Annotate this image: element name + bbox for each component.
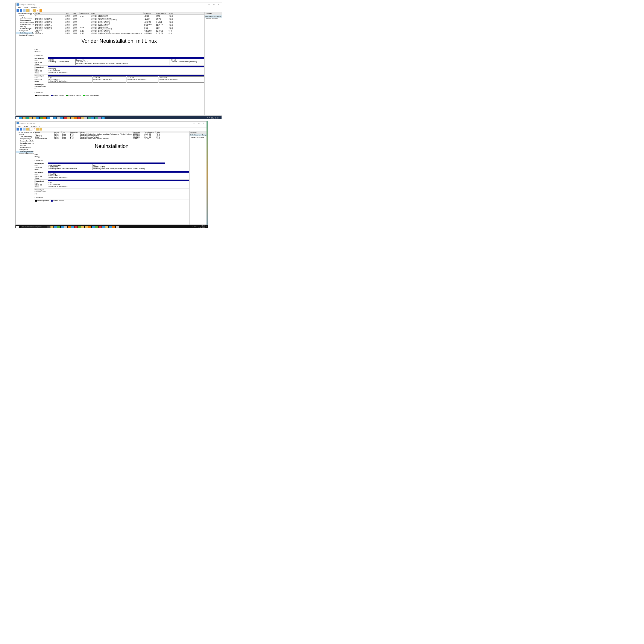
col-layout[interactable]: Layout	[64, 12, 72, 15]
tree-system[interactable]: System	[16, 134, 33, 136]
delete-icon[interactable]: ✕	[33, 128, 36, 131]
refresh-icon[interactable]	[29, 128, 32, 131]
table-row[interactable]: (Datenträger 5 Partition 1)EinfachBasisR…	[34, 27, 204, 28]
layout-icon[interactable]	[26, 9, 29, 12]
partition[interactable]: 459,41 GBFehlerfrei (Primäre Partition)	[159, 76, 204, 83]
start-icon[interactable]	[16, 117, 19, 119]
menu-action[interactable]: Aktion	[24, 7, 28, 9]
layout-icon[interactable]	[26, 128, 29, 131]
chrome-icon[interactable]	[84, 117, 87, 119]
table-row[interactable]: (-)EinfachBasisRAWFehlerfrei (OEM-Partit…	[34, 16, 204, 18]
table-row[interactable]: (Datenträger 2 Partition 3)EinfachBasisF…	[34, 22, 204, 24]
app-icon[interactable]	[91, 117, 94, 119]
table-row[interactable]: (Datenträger 2 Partitio...EinfachBasisFe…	[34, 24, 204, 25]
tree-item[interactable]: Lokale Benutzer und Gr	[16, 23, 33, 26]
app-icon[interactable]	[92, 226, 95, 228]
taskview-icon[interactable]	[47, 226, 50, 228]
collapse-icon[interactable]: ▴	[221, 15, 222, 17]
disk3-head[interactable]: Datenträger 3Wechselmedium (I:)Kein Medi…	[34, 83, 47, 94]
tree-item[interactable]: Geräte-Manager	[16, 28, 33, 30]
forward-icon[interactable]	[20, 128, 22, 131]
system-tray[interactable]: ⌃ DEU 09:5129.03.2019 ▭	[192, 225, 208, 228]
disk1-head[interactable]: Datenträger 1Basis931,51 GBOnline	[34, 66, 47, 74]
tree-item[interactable]: Leistung	[16, 26, 33, 28]
app-icon[interactable]	[77, 117, 81, 119]
start-icon[interactable]	[16, 226, 19, 228]
disk2-head[interactable]: Datenträger 2Basis931,51 GBOnline	[34, 74, 47, 83]
nav-tree[interactable]: Computerverwaltung (Lokal) System Aufgab…	[16, 12, 34, 115]
forward-icon[interactable]	[20, 9, 22, 12]
list-icon[interactable]	[36, 128, 39, 131]
search-input[interactable]: Zur Suche Text hier eingeben	[21, 226, 47, 228]
close-button[interactable]: ✕	[217, 3, 221, 6]
app-icon[interactable]	[53, 117, 56, 119]
tree-services[interactable]: Dienste und Anwendungen	[16, 34, 33, 36]
settings-icon[interactable]	[88, 117, 91, 119]
delete-icon[interactable]: ✕	[36, 9, 39, 12]
maximize-button[interactable]: ▭	[197, 122, 201, 124]
app-icon[interactable]	[81, 117, 84, 119]
system-tray[interactable]: ⊕ ✕ DEU 22:55 ▭	[207, 117, 222, 119]
table-row[interactable]: (Datenträger 5 Partition 2)EinfachBasisF…	[34, 28, 204, 30]
tree-disk-mgmt[interactable]: Datenträgerverwaltung	[16, 151, 33, 153]
col-volume[interactable]: Volume	[34, 12, 64, 15]
back-icon[interactable]	[17, 128, 19, 131]
tree-item[interactable]: Leistung	[16, 144, 33, 146]
col-type[interactable]: Typ	[72, 12, 80, 15]
partition[interactable]: System (C:)232,22 GB NTFSFehlerfrei (Sta…	[75, 59, 170, 65]
disk0-head[interactable]: Datenträger 0Basis232,88 GBOnline	[34, 162, 47, 171]
partition[interactable]: System-reserviert549 MB NTFSFehlerfrei (…	[48, 164, 92, 170]
menu-help[interactable]: ?	[39, 7, 40, 9]
up-icon[interactable]	[23, 128, 26, 131]
app-icon[interactable]	[95, 226, 98, 228]
actions-disk-mgmt[interactable]: Datenträgerverwaltung▴	[205, 15, 222, 18]
menu-help[interactable]: ?	[39, 125, 40, 127]
app-icon[interactable]	[67, 117, 70, 119]
col-pct[interactable]: % frei	[156, 131, 189, 133]
app-icon[interactable]	[74, 226, 77, 228]
col-fs[interactable]: Dateisystem	[80, 12, 90, 15]
partition[interactable]: Daten (D:)931,51 GB NTFSFehlerfrei (Prim…	[48, 68, 204, 74]
partition[interactable]: 11,30 GBFehlerfrei (Primäre Partition)	[127, 76, 158, 83]
table-row[interactable]: (-)EinfachBasisFehlerfrei (OEM-Partition…	[34, 15, 204, 16]
actions-more[interactable]: Weitere Aktionen ▸	[190, 136, 207, 139]
table-row[interactable]: (Datenträger 0 Partition 2)EinfachBasisF…	[34, 18, 204, 19]
tray-icon[interactable]: ✕	[209, 117, 210, 119]
chrome-icon[interactable]	[64, 226, 67, 228]
col-volume[interactable]: Volume	[34, 131, 53, 133]
table-row[interactable]: (Datenträger 0 Partition 4)EinfachBasisF…	[34, 19, 204, 21]
menu-file[interactable]: Datei	[17, 7, 21, 9]
back-icon[interactable]	[17, 9, 19, 12]
col-pct[interactable]: % frei	[168, 12, 204, 15]
partition[interactable]: 17,58 GBFehlerfrei (Primäre Partition)	[93, 76, 126, 83]
app-icon[interactable]	[81, 226, 84, 228]
menu-file[interactable]: Datei	[17, 125, 21, 127]
table-row[interactable]: System (C:)EinfachBasisNTFSFehlerfrei (S…	[34, 33, 204, 34]
cortana-icon[interactable]	[19, 117, 22, 119]
disk0-head[interactable]: Datenträger 0Basis232,76 GBOnline	[34, 57, 47, 65]
tray-time[interactable]: 22:55	[215, 117, 219, 119]
edge-icon[interactable]	[54, 226, 57, 228]
table-row[interactable]: E (E:)EinfachBasisNTFSFehlerfrei (Primär…	[34, 31, 204, 33]
col-layout[interactable]: Layout	[53, 131, 62, 133]
tray-icon[interactable]: ⌃	[192, 226, 193, 228]
table-row[interactable]: Daten (D:)EinfachBasisNTFSFehlerfrei (Pr…	[34, 135, 189, 136]
app-icon[interactable]	[29, 117, 32, 119]
maximize-button[interactable]: ▭	[212, 3, 216, 6]
vlc-icon[interactable]	[43, 117, 46, 119]
col-type[interactable]: Typ	[62, 131, 69, 133]
table-row[interactable]: (Datenträger 2 Partition 2)EinfachBasisF…	[34, 21, 204, 22]
tree-services[interactable]: Dienste und Anwendungen	[16, 153, 33, 155]
minimize-button[interactable]: —	[207, 3, 211, 6]
app-icon[interactable]	[105, 226, 108, 228]
explorer-icon[interactable]	[50, 226, 53, 228]
up-icon[interactable]	[23, 9, 26, 12]
app-icon[interactable]	[99, 226, 102, 228]
tree-item[interactable]: Freigegebene Ordner	[16, 21, 33, 23]
disk2-head[interactable]: Datenträger 2Basis931,51 GBOnline	[34, 180, 47, 188]
app-icon[interactable]	[36, 117, 39, 119]
titlebar[interactable]: Computerverwaltung — ▭ ✕	[16, 3, 222, 6]
menu-view[interactable]: Ansicht	[31, 7, 36, 9]
app-icon[interactable]	[47, 117, 50, 119]
firefox-icon[interactable]	[68, 226, 71, 228]
